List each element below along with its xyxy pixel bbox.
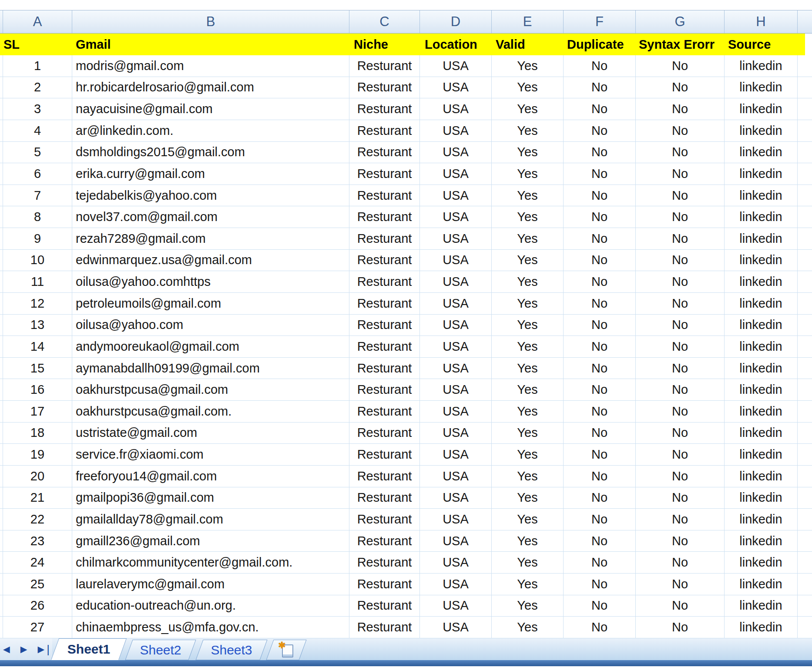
cell-duplicate[interactable]: No xyxy=(564,315,636,336)
cell-gmail[interactable]: edwinmarquez.usa@gmail.com xyxy=(72,250,349,271)
cell-sl[interactable]: 3 xyxy=(3,98,72,120)
cell-source[interactable]: linkedin xyxy=(725,293,798,314)
cell-syntax-erorr[interactable]: No xyxy=(636,185,725,206)
cell-duplicate[interactable]: No xyxy=(564,142,636,163)
cell-gmail[interactable]: oilusa@yahoo.comhttps xyxy=(72,271,349,292)
cell-niche[interactable]: Resturant xyxy=(349,163,420,185)
cell-syntax-erorr[interactable]: No xyxy=(636,379,725,400)
cell-location[interactable]: USA xyxy=(420,358,492,379)
cell-duplicate[interactable]: No xyxy=(564,163,636,185)
cell-niche[interactable]: Resturant xyxy=(349,315,420,336)
cell-niche[interactable]: Resturant xyxy=(349,185,420,206)
cell-niche[interactable]: Resturant xyxy=(349,293,420,314)
cell-syntax-erorr[interactable]: No xyxy=(636,574,725,595)
column-header-b[interactable]: B xyxy=(72,10,349,33)
cell-duplicate[interactable]: No xyxy=(564,358,636,379)
cell-location[interactable]: USA xyxy=(420,466,492,487)
cell-location[interactable]: USA xyxy=(420,487,492,509)
cell-niche[interactable]: Resturant xyxy=(349,401,420,422)
cell-source[interactable]: linkedin xyxy=(725,379,798,400)
cell-niche[interactable]: Resturant xyxy=(349,487,420,509)
cell-duplicate[interactable]: No xyxy=(564,552,636,573)
cell-location[interactable]: USA xyxy=(420,228,492,249)
cell-duplicate[interactable]: No xyxy=(564,401,636,422)
cell-syntax-erorr[interactable]: No xyxy=(636,401,725,422)
cell-location[interactable]: USA xyxy=(420,250,492,271)
cell-gmail[interactable]: ustristate@gmail.com xyxy=(72,423,349,444)
cell-valid[interactable]: Yes xyxy=(492,55,564,77)
column-header-e[interactable]: E xyxy=(492,10,564,33)
cell-gmail[interactable]: chilmarkcommunitycenter@gmail.com. xyxy=(72,552,349,573)
cell-duplicate[interactable]: No xyxy=(564,271,636,292)
cell-location[interactable]: USA xyxy=(420,595,492,617)
cell-sl[interactable]: 9 xyxy=(3,228,72,249)
cell-valid[interactable]: Yes xyxy=(492,293,564,314)
cell-gmail[interactable]: service.fr@xiaomi.com xyxy=(72,444,349,465)
cell-source[interactable]: linkedin xyxy=(725,617,798,638)
cell-location[interactable]: USA xyxy=(420,315,492,336)
cell-sl[interactable]: 18 xyxy=(3,423,72,444)
cell-duplicate[interactable]: No xyxy=(564,595,636,617)
cell-location[interactable]: USA xyxy=(420,271,492,292)
cell-sl[interactable]: 26 xyxy=(3,595,72,617)
cell-syntax-erorr[interactable]: No xyxy=(636,228,725,249)
cell-sl[interactable]: 21 xyxy=(3,487,72,509)
cell-sl[interactable]: 11 xyxy=(3,271,72,292)
cell-gmail[interactable]: ar@linkedin.com. xyxy=(72,120,349,141)
cell-sl[interactable]: 8 xyxy=(3,206,72,228)
cell-duplicate[interactable]: No xyxy=(564,98,636,120)
cell-duplicate[interactable]: No xyxy=(564,466,636,487)
cell-source[interactable]: linkedin xyxy=(725,98,798,120)
cell-sl[interactable]: 1 xyxy=(3,55,72,77)
cell-gmail[interactable]: novel37.com@gmail.com xyxy=(72,206,349,228)
tab-scroll-prev-icon[interactable]: ◄ xyxy=(1,644,12,655)
cell-syntax-erorr[interactable]: No xyxy=(636,142,725,163)
cell-valid[interactable]: Yes xyxy=(492,444,564,465)
insert-worksheet-tab[interactable]: ✱ xyxy=(270,640,303,660)
cell-gmail[interactable]: oakhurstpcusa@gmail.com xyxy=(72,379,349,400)
cell-duplicate[interactable]: No xyxy=(564,487,636,509)
cell-location[interactable]: USA xyxy=(420,617,492,638)
cell-sl[interactable]: 2 xyxy=(3,77,72,98)
cell-duplicate[interactable]: No xyxy=(564,77,636,98)
cell-valid[interactable]: Yes xyxy=(492,552,564,573)
cell-sl[interactable]: 14 xyxy=(3,336,72,357)
cell-niche[interactable]: Resturant xyxy=(349,423,420,444)
header-duplicate[interactable]: Duplicate xyxy=(564,34,636,55)
cell-duplicate[interactable]: No xyxy=(564,185,636,206)
column-header-a[interactable]: A xyxy=(3,10,72,33)
cell-sl[interactable]: 24 xyxy=(3,552,72,573)
cell-valid[interactable]: Yes xyxy=(492,530,564,552)
header-location[interactable]: Location xyxy=(420,34,492,55)
cell-valid[interactable]: Yes xyxy=(492,250,564,271)
cell-syntax-erorr[interactable]: No xyxy=(636,487,725,509)
cell-duplicate[interactable]: No xyxy=(564,530,636,552)
cell-valid[interactable]: Yes xyxy=(492,142,564,163)
cell-gmail[interactable]: chinaembpress_us@mfa.gov.cn. xyxy=(72,617,349,638)
cell-gmail[interactable]: rezah7289@gmail.com xyxy=(72,228,349,249)
cell-gmail[interactable]: aymanabdallh09199@gmail.com xyxy=(72,358,349,379)
cell-valid[interactable]: Yes xyxy=(492,120,564,141)
cell-gmail[interactable]: hr.robicardelrosario@gmail.com xyxy=(72,77,349,98)
cell-syntax-erorr[interactable]: No xyxy=(636,98,725,120)
cell-location[interactable]: USA xyxy=(420,530,492,552)
cell-sl[interactable]: 6 xyxy=(3,163,72,185)
cell-valid[interactable]: Yes xyxy=(492,206,564,228)
cell-syntax-erorr[interactable]: No xyxy=(636,358,725,379)
cell-valid[interactable]: Yes xyxy=(492,271,564,292)
cell-syntax-erorr[interactable]: No xyxy=(636,120,725,141)
cell-sl[interactable]: 16 xyxy=(3,379,72,400)
cell-gmail[interactable]: nayacuisine@gmail.com xyxy=(72,98,349,120)
cell-location[interactable]: USA xyxy=(420,98,492,120)
header-valid[interactable]: Valid xyxy=(492,34,564,55)
cell-valid[interactable]: Yes xyxy=(492,574,564,595)
cell-location[interactable]: USA xyxy=(420,336,492,357)
cell-valid[interactable]: Yes xyxy=(492,617,564,638)
cell-valid[interactable]: Yes xyxy=(492,336,564,357)
header-sl[interactable]: SL xyxy=(0,34,72,55)
cell-niche[interactable]: Resturant xyxy=(349,530,420,552)
cell-niche[interactable]: Resturant xyxy=(349,509,420,530)
cell-syntax-erorr[interactable]: No xyxy=(636,315,725,336)
cell-location[interactable]: USA xyxy=(420,185,492,206)
column-header-f[interactable]: F xyxy=(564,10,636,33)
